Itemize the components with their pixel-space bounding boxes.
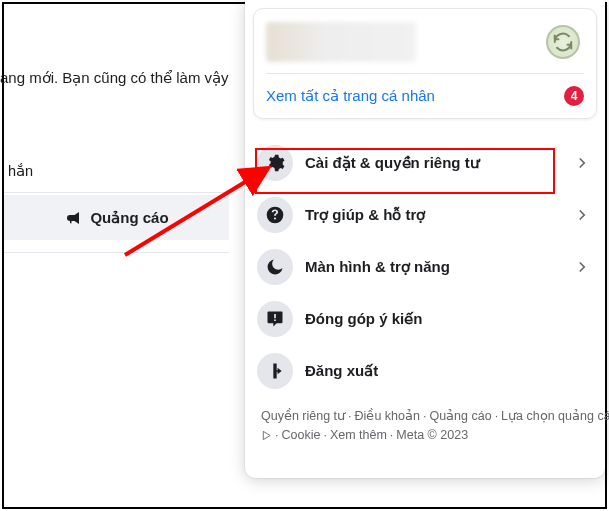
- background-text-line2: hắn: [8, 163, 33, 179]
- ads-row-button[interactable]: Quảng cáo: [4, 195, 229, 240]
- footer-links: Quyền riêng tư·Điều khoản·Quảng cáo·Lựa …: [253, 403, 597, 445]
- chevron-right-icon: [571, 256, 593, 278]
- footer-ads[interactable]: Quảng cáo: [429, 409, 491, 423]
- footer-ad-choices[interactable]: Lựa chọn quảng cáo: [501, 409, 609, 423]
- divider: [266, 73, 584, 74]
- footer-privacy[interactable]: Quyền riêng tư: [261, 409, 345, 423]
- logout-icon: [257, 353, 293, 389]
- footer-cookie[interactable]: Cookie: [281, 428, 320, 442]
- footer-more[interactable]: Xem thêm: [330, 428, 387, 442]
- menu-label: Màn hình & trợ năng: [305, 258, 559, 276]
- chevron-right-icon: [571, 204, 593, 226]
- sync-avatar-icon: [546, 25, 580, 59]
- account-menu-panel: Xem tất cả trang cá nhân 4 Cài đặt & quy…: [245, 0, 605, 478]
- menu-label: Trợ giúp & hỗ trợ: [305, 206, 559, 224]
- megaphone-icon: [64, 209, 82, 227]
- menu-logout[interactable]: Đăng xuất: [253, 345, 597, 397]
- background-text-line1: rang mới. Bạn cũng có thể làm vậy: [0, 69, 229, 87]
- footer-terms[interactable]: Điều khoản: [355, 409, 420, 423]
- menu-feedback[interactable]: Đóng góp ý kiến: [253, 293, 597, 345]
- feedback-icon: [257, 301, 293, 337]
- profile-card: Xem tất cả trang cá nhân 4: [253, 8, 597, 119]
- see-all-profiles-row[interactable]: Xem tất cả trang cá nhân 4: [266, 86, 584, 106]
- menu-label: Cài đặt & quyền riêng tư: [305, 154, 559, 172]
- menu-label: Đăng xuất: [305, 362, 593, 380]
- see-all-profiles-link[interactable]: Xem tất cả trang cá nhân: [266, 87, 435, 105]
- profile-row[interactable]: [266, 17, 584, 67]
- ads-row-label: Quảng cáo: [90, 209, 168, 227]
- menu-display-accessibility[interactable]: Màn hình & trợ năng: [253, 241, 597, 293]
- menu-settings-privacy[interactable]: Cài đặt & quyền riêng tư: [253, 137, 597, 189]
- footer-meta: Meta © 2023: [396, 428, 468, 442]
- divider: [4, 192, 229, 193]
- moon-icon: [257, 249, 293, 285]
- chevron-right-icon: [571, 152, 593, 174]
- menu-label: Đóng góp ý kiến: [305, 310, 593, 328]
- divider: [4, 252, 229, 253]
- notification-badge: 4: [564, 86, 584, 106]
- question-icon: [257, 197, 293, 233]
- profile-name-blurred: [266, 22, 416, 62]
- adchoices-icon: [261, 430, 272, 441]
- menu-help-support[interactable]: Trợ giúp & hỗ trợ: [253, 189, 597, 241]
- gear-icon: [257, 145, 293, 181]
